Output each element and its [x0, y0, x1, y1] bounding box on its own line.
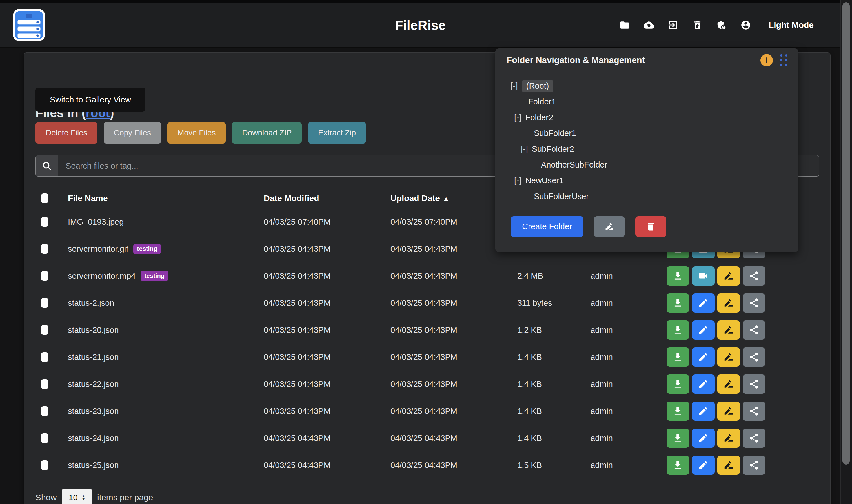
- tree-expander[interactable]: [-]: [514, 176, 522, 185]
- drag-handle-icon[interactable]: [780, 54, 787, 66]
- download-button[interactable]: [666, 429, 689, 448]
- file-name[interactable]: status-2.json: [68, 299, 114, 308]
- folder-tree-item-folder2[interactable]: [-]Folder2: [495, 110, 798, 125]
- tree-expander[interactable]: [-]: [510, 82, 518, 91]
- app-title: FileRise: [395, 17, 446, 33]
- extract-zip-button[interactable]: Extract Zip: [308, 122, 366, 144]
- folder-tree-item-newuser1[interactable]: [-]NewUser1: [495, 173, 798, 188]
- edit-button[interactable]: [692, 401, 714, 421]
- row-actions: [666, 266, 765, 286]
- folder-tree-item-subfolderuser[interactable]: SubFolderUser: [495, 188, 798, 204]
- video-button[interactable]: [692, 266, 714, 286]
- move-files-button[interactable]: Move Files: [167, 122, 226, 144]
- info-icon[interactable]: i: [761, 54, 773, 67]
- column-header-date-modified[interactable]: Date Modified: [264, 194, 319, 203]
- scrollbar-thumb[interactable]: [842, 2, 850, 465]
- download-button[interactable]: [666, 293, 689, 312]
- rename-button[interactable]: [717, 320, 740, 340]
- file-name[interactable]: status-25.json: [68, 461, 119, 470]
- share-button[interactable]: [743, 375, 765, 394]
- file-size: 1.4 KB: [517, 407, 542, 416]
- exit-icon[interactable]: [668, 20, 678, 31]
- rename-button[interactable]: [717, 266, 740, 286]
- account-icon[interactable]: [741, 20, 751, 31]
- column-header-file-name[interactable]: File Name: [68, 194, 108, 203]
- file-name[interactable]: status-22.json: [68, 380, 119, 389]
- file-name[interactable]: status-24.json: [68, 434, 119, 443]
- create-folder-button[interactable]: Create Folder: [511, 216, 584, 237]
- filerise-logo[interactable]: [12, 8, 46, 42]
- download-button[interactable]: [666, 375, 689, 394]
- download-button[interactable]: [666, 455, 689, 475]
- rename-button[interactable]: [717, 293, 740, 312]
- tree-expander[interactable]: [-]: [521, 144, 528, 154]
- download-zip-button[interactable]: Download ZIP: [232, 122, 302, 144]
- delete-folder-button[interactable]: [635, 216, 666, 237]
- download-button[interactable]: [666, 347, 689, 366]
- file-name[interactable]: IMG_0193.jpeg: [68, 217, 124, 227]
- cloud-upload-icon[interactable]: [644, 20, 654, 31]
- file-name[interactable]: servermonitor.mp4: [68, 271, 136, 281]
- edit-button[interactable]: [692, 347, 714, 366]
- edit-button[interactable]: [692, 429, 714, 448]
- share-button[interactable]: [743, 347, 765, 366]
- folder-tree-item-folder1[interactable]: Folder1: [495, 94, 798, 110]
- folder-tree: [-](Root)Folder1[-]Folder2SubFolder1[-]S…: [495, 78, 798, 204]
- rename-button[interactable]: [717, 429, 740, 448]
- folder-tree-item-root[interactable]: [-](Root): [495, 78, 798, 94]
- edit-button[interactable]: [692, 375, 714, 394]
- folder-tree-item-anothersubfolder[interactable]: AnotherSubFolder: [495, 157, 798, 173]
- file-name[interactable]: status-23.json: [68, 407, 119, 416]
- download-button[interactable]: [666, 266, 689, 286]
- file-size: 1.5 KB: [517, 461, 542, 470]
- row-checkbox[interactable]: [41, 271, 49, 281]
- items-per-page-select[interactable]: 10 ▲▼: [62, 488, 92, 504]
- download-button[interactable]: [666, 320, 689, 340]
- row-checkbox[interactable]: [41, 352, 49, 362]
- share-button[interactable]: [743, 401, 765, 421]
- row-checkbox[interactable]: [41, 217, 49, 227]
- trash-restore-icon[interactable]: [692, 20, 703, 31]
- edit-button[interactable]: [692, 293, 714, 312]
- search-icon: [36, 156, 58, 176]
- rename-folder-button[interactable]: [594, 216, 625, 237]
- file-name[interactable]: status-21.json: [68, 353, 119, 362]
- folder-icon[interactable]: [619, 20, 630, 31]
- row-checkbox[interactable]: [41, 406, 49, 416]
- share-icon: [749, 352, 759, 362]
- row-checkbox[interactable]: [41, 298, 49, 308]
- share-button[interactable]: [743, 455, 765, 475]
- rename-button[interactable]: [717, 347, 740, 366]
- row-checkbox[interactable]: [41, 433, 49, 443]
- edit-button[interactable]: [692, 320, 714, 340]
- edit-button[interactable]: [692, 455, 714, 475]
- tag-badge: testing: [133, 244, 161, 254]
- rename-button[interactable]: [717, 455, 740, 475]
- row-checkbox[interactable]: [41, 379, 49, 389]
- rename-icon: [723, 379, 734, 390]
- delete-files-button[interactable]: Delete Files: [35, 122, 98, 144]
- share-button[interactable]: [743, 320, 765, 340]
- copy-files-button[interactable]: Copy Files: [104, 122, 161, 144]
- rename-button[interactable]: [717, 401, 740, 421]
- date-modified: 04/03/25 04:43PM: [264, 353, 330, 362]
- light-mode-toggle[interactable]: Light Mode: [769, 20, 814, 30]
- shield-user-icon[interactable]: [716, 20, 727, 31]
- row-checkbox[interactable]: [41, 460, 49, 470]
- share-button[interactable]: [743, 429, 765, 448]
- folder-tree-item-subfolder2[interactable]: [-]SubFolder2: [495, 141, 798, 157]
- share-button[interactable]: [743, 266, 765, 286]
- rename-button[interactable]: [717, 375, 740, 394]
- date-modified: 04/03/25 04:43PM: [264, 434, 330, 443]
- folder-tree-item-subfolder1[interactable]: SubFolder1: [495, 125, 798, 141]
- select-all-checkbox[interactable]: [41, 194, 49, 203]
- download-button[interactable]: [666, 401, 689, 421]
- file-name[interactable]: servermonitor.gif: [68, 245, 128, 254]
- row-checkbox[interactable]: [41, 244, 49, 254]
- column-header-upload-date[interactable]: Upload Date▲: [390, 194, 450, 203]
- row-checkbox[interactable]: [41, 325, 49, 335]
- share-button[interactable]: [743, 293, 765, 312]
- tree-expander[interactable]: [-]: [514, 113, 522, 122]
- switch-gallery-view-button[interactable]: Switch to Gallery View: [35, 88, 145, 112]
- file-name[interactable]: status-20.json: [68, 325, 119, 335]
